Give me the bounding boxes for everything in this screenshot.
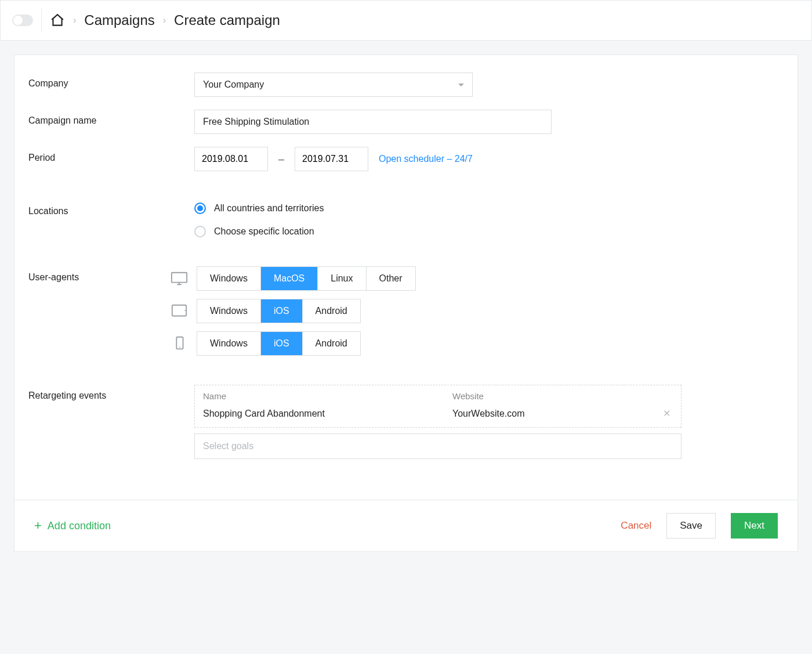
breadcrumb-current: Create campaign xyxy=(174,12,280,28)
breadcrumb: › Campaigns › Create campaign xyxy=(50,12,280,28)
label-retargeting: Retargeting events xyxy=(28,385,194,401)
seg-phone-ios[interactable]: iOS xyxy=(261,332,303,355)
form-card: Company Your Company Campaign name Perio… xyxy=(14,55,798,552)
desktop-icon xyxy=(170,271,188,286)
phone-icon xyxy=(170,336,188,351)
svg-rect-0 xyxy=(172,273,187,283)
label-period: Period xyxy=(28,147,194,163)
add-condition-label: Add condition xyxy=(48,520,111,532)
chevron-down-icon xyxy=(458,84,464,86)
seg-phone-windows[interactable]: Windows xyxy=(197,332,261,355)
divider xyxy=(41,9,42,32)
label-campaign-name: Campaign name xyxy=(28,110,194,126)
next-button[interactable]: Next xyxy=(731,513,778,539)
label-company: Company xyxy=(28,73,194,89)
label-locations: Locations xyxy=(28,200,194,216)
save-button[interactable]: Save xyxy=(666,513,716,539)
plus-icon: + xyxy=(34,519,42,532)
radio-specific-location[interactable]: Choose specific location xyxy=(194,226,784,237)
footer-bar: + Add condition Cancel Save Next xyxy=(14,500,798,551)
seg-phone-android[interactable]: Android xyxy=(303,332,360,355)
open-scheduler-link[interactable]: Open scheduler – 24/7 xyxy=(379,154,473,164)
radio-checked-icon xyxy=(194,203,206,214)
tablet-icon xyxy=(170,303,188,319)
company-selected-value: Your Company xyxy=(203,80,264,90)
desktop-os-group: Windows MacOS Linux Other xyxy=(197,266,416,291)
tablet-os-group: Windows iOS Android xyxy=(197,299,361,323)
close-icon[interactable]: ✕ xyxy=(661,408,673,419)
add-condition-button[interactable]: + Add condition xyxy=(34,519,111,532)
svg-point-6 xyxy=(179,347,180,348)
events-header-website: Website xyxy=(452,391,673,401)
cancel-button[interactable]: Cancel xyxy=(621,520,651,532)
radio-unchecked-icon xyxy=(194,226,206,237)
events-header-name: Name xyxy=(203,391,452,401)
radio-all-locations[interactable]: All countries and territories xyxy=(194,203,784,214)
goals-input[interactable] xyxy=(194,433,682,459)
campaign-name-input[interactable] xyxy=(194,110,552,134)
svg-point-4 xyxy=(184,310,186,311)
seg-desktop-other[interactable]: Other xyxy=(367,267,415,290)
chevron-right-icon: › xyxy=(163,15,166,26)
sidebar-toggle[interactable] xyxy=(12,15,33,26)
events-row-website: YourWebsite.com xyxy=(452,409,525,419)
events-row: Shopping Card Abandonment YourWebsite.co… xyxy=(195,404,681,427)
period-to-input[interactable] xyxy=(295,147,368,171)
company-select[interactable]: Your Company xyxy=(194,73,473,97)
seg-desktop-windows[interactable]: Windows xyxy=(197,267,261,290)
period-from-input[interactable] xyxy=(194,147,268,171)
seg-desktop-linux[interactable]: Linux xyxy=(318,267,366,290)
radio-specific-label: Choose specific location xyxy=(214,226,314,237)
top-bar: › Campaigns › Create campaign xyxy=(0,0,812,41)
seg-desktop-macos[interactable]: MacOS xyxy=(261,267,318,290)
period-dash: – xyxy=(278,153,284,165)
events-row-name: Shopping Card Abandonment xyxy=(203,409,452,419)
seg-tablet-ios[interactable]: iOS xyxy=(261,299,303,323)
phone-os-group: Windows iOS Android xyxy=(197,331,361,356)
breadcrumb-campaigns[interactable]: Campaigns xyxy=(84,12,154,28)
seg-tablet-android[interactable]: Android xyxy=(303,299,360,323)
svg-rect-3 xyxy=(172,305,186,316)
radio-all-label: All countries and territories xyxy=(214,203,324,214)
retargeting-events-box: Name Website Shopping Card Abandonment Y… xyxy=(194,385,682,428)
home-icon[interactable] xyxy=(50,13,65,28)
chevron-right-icon: › xyxy=(73,15,76,26)
seg-tablet-windows[interactable]: Windows xyxy=(197,299,261,323)
